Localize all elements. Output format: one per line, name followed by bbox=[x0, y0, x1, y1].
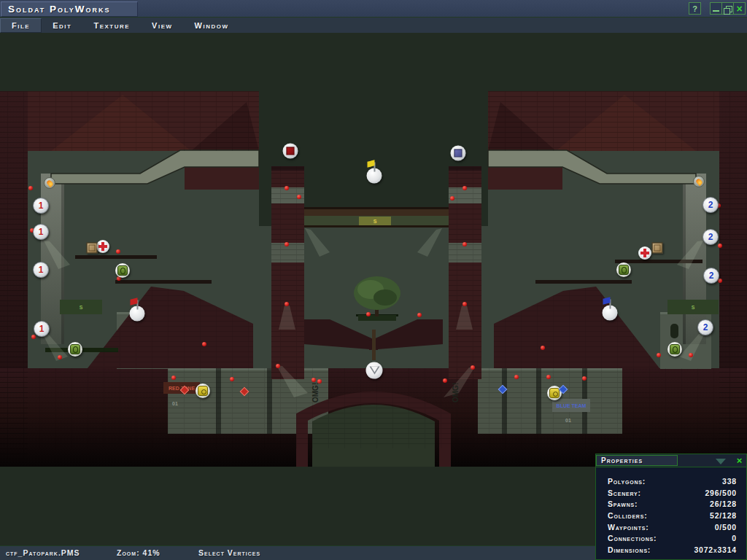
property-value: 0/500 bbox=[715, 523, 737, 532]
scenery-dot[interactable] bbox=[657, 353, 661, 357]
scenery-dot[interactable] bbox=[417, 313, 422, 317]
scenery-dot[interactable] bbox=[31, 335, 36, 339]
scenery-dot[interactable] bbox=[317, 379, 322, 384]
grenade-kit[interactable] bbox=[616, 262, 631, 277]
properties-panel-body: Polygons: 338 Scenery: 296/500 Spawns: 2… bbox=[596, 467, 746, 556]
team-emblem-bravo[interactable] bbox=[451, 146, 466, 161]
bravo-spawn-marker[interactable]: 2 bbox=[697, 319, 713, 335]
menu-file[interactable]: File bbox=[0, 18, 42, 33]
property-label: Polygons: bbox=[608, 477, 646, 486]
scenery-dot[interactable] bbox=[171, 376, 176, 380]
property-value: 338 bbox=[722, 477, 737, 486]
property-label: Dimensions: bbox=[608, 545, 651, 554]
scenery-dot[interactable] bbox=[546, 375, 551, 379]
scenery-dot[interactable] bbox=[285, 186, 289, 190]
billboard-sign[interactable]: S bbox=[60, 300, 102, 314]
panel-close-icon[interactable]: × bbox=[734, 455, 745, 465]
medical-kit[interactable] bbox=[96, 240, 109, 253]
alpha-spawn-marker[interactable]: 1 bbox=[33, 262, 49, 278]
polyworks-window: Soldat PolyWorks ? × File Edit Texture V… bbox=[0, 0, 747, 560]
property-value: 3072x3314 bbox=[694, 545, 737, 554]
titlebar: Soldat PolyWorks ? × bbox=[0, 0, 747, 18]
property-row: Dimensions: 3072x3314 bbox=[596, 544, 746, 556]
menu-window[interactable]: Window bbox=[184, 18, 240, 33]
property-row: Polygons: 338 bbox=[596, 475, 746, 487]
scenery-dot[interactable] bbox=[689, 353, 693, 357]
flame-kit[interactable] bbox=[44, 177, 55, 189]
scenery-dot[interactable] bbox=[311, 378, 316, 382]
properties-panel-title: Properties bbox=[601, 456, 643, 464]
medical-kit[interactable] bbox=[638, 246, 651, 260]
restore-icon[interactable] bbox=[721, 2, 734, 15]
scenery-dot[interactable] bbox=[582, 376, 587, 381]
scenery-dot[interactable] bbox=[541, 346, 545, 350]
cluster-kit[interactable] bbox=[196, 384, 210, 398]
minimize-icon[interactable] bbox=[710, 2, 722, 15]
window-controls: ? × bbox=[689, 2, 746, 15]
team-emblem-alpha[interactable] bbox=[283, 144, 298, 159]
bravo-spawn-marker[interactable]: 2 bbox=[703, 268, 719, 284]
scenery-dot[interactable] bbox=[116, 249, 120, 254]
blue-team-sign[interactable]: BLUE TEAM bbox=[552, 399, 590, 412]
scenery-dot[interactable] bbox=[230, 377, 234, 381]
statusbar-zoom: Zoom: 41% bbox=[117, 548, 160, 557]
grenade-kit[interactable] bbox=[68, 342, 82, 357]
property-row: Spawns: 26/128 bbox=[596, 498, 746, 510]
alpha-spawn-marker[interactable]: 1 bbox=[33, 224, 49, 240]
scenery-dot[interactable] bbox=[718, 244, 722, 248]
property-label: Spawns: bbox=[608, 499, 638, 508]
scenery-dot[interactable] bbox=[285, 242, 289, 246]
alpha-spawn-marker[interactable]: 1 bbox=[34, 321, 50, 337]
flame-kit[interactable] bbox=[693, 176, 705, 187]
menu-edit[interactable]: Edit bbox=[42, 18, 82, 33]
zone-number[interactable]: 01 bbox=[165, 397, 185, 409]
menu-view[interactable]: View bbox=[141, 18, 183, 33]
property-row: Scenery: 296/500 bbox=[596, 487, 746, 499]
billboard-sign[interactable]: S bbox=[667, 300, 719, 314]
scenery-dot[interactable] bbox=[462, 242, 467, 246]
scenery-dot[interactable] bbox=[285, 302, 289, 306]
graffiti[interactable]: OMG! bbox=[449, 376, 461, 408]
property-row: Connections: 0 bbox=[596, 532, 746, 544]
grenade-kit[interactable] bbox=[667, 342, 682, 357]
scenery-dot[interactable] bbox=[462, 186, 467, 190]
scenery-dot[interactable] bbox=[462, 302, 467, 306]
scenery-dot[interactable] bbox=[28, 186, 33, 190]
stat-gun-crate[interactable] bbox=[87, 243, 98, 254]
property-label: Waypoints: bbox=[608, 523, 649, 532]
scenery-dot[interactable] bbox=[202, 342, 206, 346]
grenade-kit[interactable] bbox=[115, 263, 130, 278]
property-label: Scenery: bbox=[608, 489, 641, 497]
bravo-spawn-marker[interactable]: 2 bbox=[703, 197, 719, 213]
properties-panel: Properties × Polygons: 338 Scenery: 296/… bbox=[595, 454, 747, 560]
restore-glyph bbox=[726, 6, 732, 12]
statusbar-filename: ctf_Patopark.PMS bbox=[6, 548, 80, 557]
alpha-spawn-marker[interactable]: 1 bbox=[33, 198, 49, 214]
scenery-dot[interactable] bbox=[471, 365, 475, 370]
collapse-triangle-icon[interactable] bbox=[716, 459, 726, 464]
stat-gun-crate[interactable] bbox=[652, 243, 663, 254]
bravo-flag-spawn[interactable] bbox=[603, 306, 618, 321]
close-icon[interactable]: × bbox=[733, 2, 746, 15]
menu-texture[interactable]: Texture bbox=[82, 18, 141, 33]
scenery-dot[interactable] bbox=[718, 279, 722, 283]
help-icon[interactable]: ? bbox=[689, 2, 701, 15]
property-row: Waypoints: 0/500 bbox=[596, 521, 746, 533]
bravo-spawn-marker[interactable]: 2 bbox=[703, 229, 719, 245]
scenery-dot[interactable] bbox=[276, 364, 280, 368]
scenery-dot[interactable] bbox=[366, 312, 371, 316]
alpha-flag-spawn[interactable] bbox=[130, 306, 145, 322]
scenery-dot[interactable] bbox=[450, 196, 454, 201]
title-tab: Soldat PolyWorks bbox=[1, 1, 138, 17]
zone-number[interactable]: 01 bbox=[558, 414, 578, 426]
vest-kit[interactable] bbox=[366, 362, 383, 379]
property-label: Colliders: bbox=[608, 511, 647, 520]
menubar: File Edit Texture View Window bbox=[0, 17, 747, 33]
bridge-sign[interactable]: S bbox=[359, 217, 391, 225]
scenery-dot[interactable] bbox=[297, 195, 301, 199]
scenery-dot[interactable] bbox=[443, 378, 447, 383]
scenery-dot[interactable] bbox=[514, 375, 519, 379]
yellow-flag-spawn[interactable] bbox=[367, 168, 382, 184]
scenery-dot[interactable] bbox=[58, 355, 62, 359]
property-label: Connections: bbox=[608, 534, 657, 542]
